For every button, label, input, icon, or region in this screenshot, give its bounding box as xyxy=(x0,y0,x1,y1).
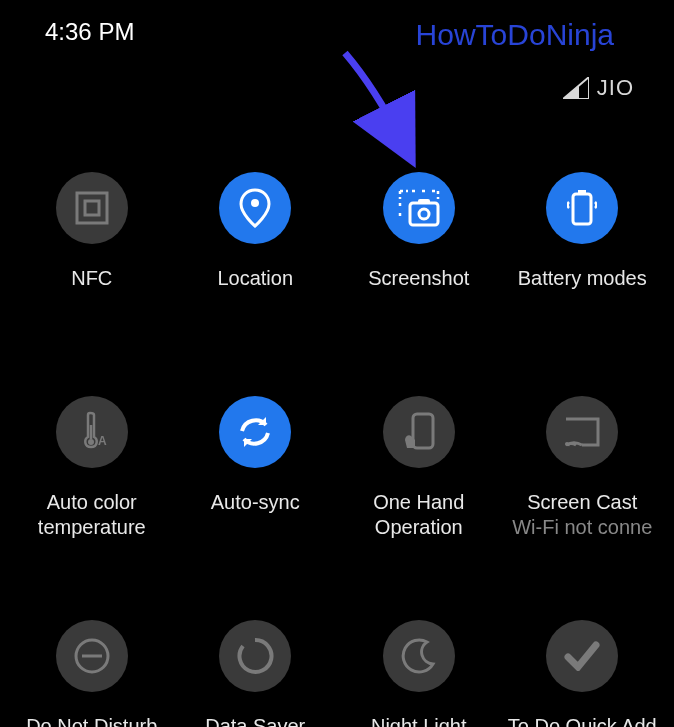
tile-label: Data Saver xyxy=(205,714,305,727)
screenshot-icon xyxy=(383,172,455,244)
one-hand-icon xyxy=(383,396,455,468)
watermark-text: HowToDoNinja xyxy=(416,18,644,52)
tile-screenshot[interactable]: Screenshot xyxy=(337,172,501,316)
tile-label: Screenshot xyxy=(368,266,469,316)
tile-data-saver[interactable]: Data Saver xyxy=(174,620,338,727)
tile-do-not-disturb[interactable]: Do Not Disturb xyxy=(10,620,174,727)
tile-sublabel: Wi-Fi not conne xyxy=(512,515,652,540)
signal-icon xyxy=(563,77,589,99)
tile-screen-cast[interactable]: Screen Cast Wi-Fi not conne xyxy=(501,396,665,540)
tile-label: Auto-sync xyxy=(211,490,300,540)
cast-icon xyxy=(546,396,618,468)
nfc-icon xyxy=(56,172,128,244)
svg-rect-6 xyxy=(573,194,591,224)
status-bar: 4:36 PM HowToDoNinja xyxy=(0,0,674,52)
battery-icon xyxy=(546,172,618,244)
svg-rect-11 xyxy=(413,414,433,448)
tile-one-hand[interactable]: One Hand Operation xyxy=(337,396,501,540)
tile-label: To Do Quick Add xyxy=(508,714,657,727)
svg-rect-1 xyxy=(85,201,99,215)
svg-rect-5 xyxy=(418,199,430,204)
tile-auto-color-temp[interactable]: A Auto color temperature xyxy=(10,396,174,540)
tile-label: Battery modes xyxy=(518,266,647,316)
quick-settings-grid: NFC Location Screenshot xyxy=(0,52,674,727)
dnd-icon xyxy=(56,620,128,692)
svg-point-12 xyxy=(565,442,569,446)
location-icon xyxy=(219,172,291,244)
thermometer-icon: A xyxy=(56,396,128,468)
tile-label: One Hand Operation xyxy=(337,490,501,540)
tile-location[interactable]: Location xyxy=(174,172,338,316)
svg-point-2 xyxy=(251,199,259,207)
tile-label: Night Light xyxy=(362,714,475,727)
tile-night-light[interactable]: Night Light On at sunset xyxy=(337,620,501,727)
tile-label: Do Not Disturb xyxy=(26,714,157,727)
tile-nfc[interactable]: NFC xyxy=(10,172,174,316)
svg-rect-3 xyxy=(410,203,438,225)
tile-label: Auto color temperature xyxy=(10,490,174,540)
svg-point-4 xyxy=(419,209,429,219)
tile-label: NFC xyxy=(71,266,112,316)
tile-label: Screen Cast xyxy=(512,490,652,515)
moon-icon xyxy=(383,620,455,692)
check-icon xyxy=(546,620,618,692)
svg-text:A: A xyxy=(98,434,107,448)
tile-todo-quick-add[interactable]: To Do Quick Add xyxy=(501,620,665,727)
tile-label: Location xyxy=(217,266,293,316)
svg-rect-0 xyxy=(77,193,107,223)
svg-point-8 xyxy=(88,439,94,445)
signal-indicator: JIO xyxy=(563,75,634,101)
sync-icon xyxy=(219,396,291,468)
status-time: 4:36 PM xyxy=(45,18,134,46)
tile-auto-sync[interactable]: Auto-sync xyxy=(174,396,338,540)
carrier-label: JIO xyxy=(597,75,634,101)
svg-rect-7 xyxy=(578,190,586,195)
data-saver-icon xyxy=(219,620,291,692)
tile-battery-modes[interactable]: Battery modes xyxy=(501,172,665,316)
